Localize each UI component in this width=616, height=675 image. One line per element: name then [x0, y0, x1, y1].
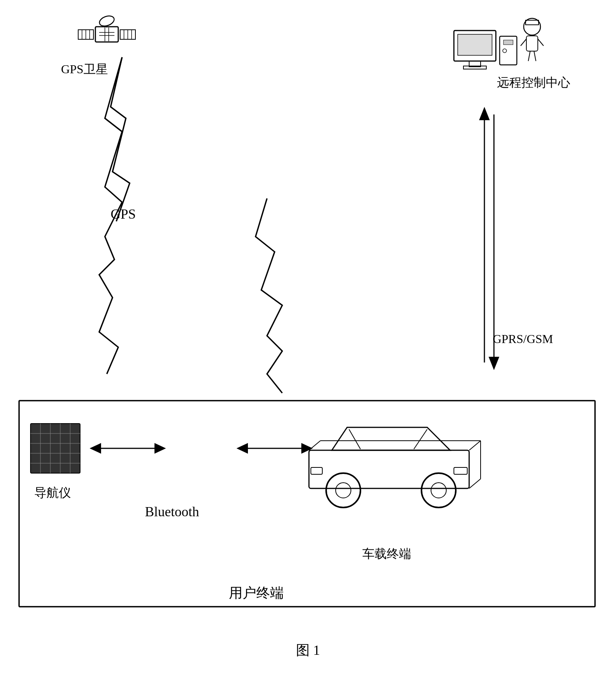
svg-point-21: [503, 49, 507, 53]
svg-point-53: [326, 473, 360, 507]
gprs-gsm-label: GPRS/GSM: [493, 332, 553, 346]
satellite-illustration: [78, 14, 135, 42]
diagram-container: GPS卫星 远程控制中心 GPS GPRS/GSM Bluetooth 导航仪 …: [0, 0, 616, 675]
svg-marker-45: [154, 443, 166, 454]
svg-line-28: [534, 51, 536, 61]
car-illustration: [309, 427, 481, 507]
figure-caption: 图 1: [296, 641, 320, 660]
remote-center-illustration: [454, 18, 544, 69]
svg-rect-5: [120, 30, 135, 39]
svg-point-56: [431, 483, 446, 498]
vehicle-terminal-label: 车载终端: [362, 546, 411, 562]
svg-marker-30: [479, 107, 490, 120]
svg-rect-20: [503, 40, 513, 45]
remote-center-label: 远程控制中心: [497, 74, 570, 91]
user-terminal-label: 用户终端: [229, 584, 284, 603]
svg-rect-1: [78, 30, 93, 39]
svg-rect-0: [95, 27, 118, 42]
svg-rect-23: [526, 20, 539, 25]
svg-point-9: [98, 14, 116, 28]
svg-line-57: [309, 441, 320, 450]
svg-rect-62: [311, 467, 322, 474]
svg-line-58: [469, 441, 481, 450]
svg-rect-18: [463, 66, 486, 69]
bluetooth-label: Bluetooth: [145, 504, 199, 520]
svg-point-54: [336, 483, 351, 498]
navigator-label: 导航仪: [34, 485, 71, 501]
svg-marker-43: [90, 443, 101, 454]
svg-line-51: [349, 429, 360, 449]
svg-point-22: [524, 18, 540, 35]
gps-lightning-bolt-3: [256, 198, 282, 393]
svg-marker-47: [236, 443, 248, 454]
svg-rect-63: [454, 467, 467, 474]
svg-rect-19: [500, 36, 517, 65]
gps-label: GPS: [111, 206, 136, 222]
svg-line-25: [521, 39, 526, 46]
svg-line-52: [414, 429, 427, 449]
svg-point-55: [421, 473, 456, 507]
gps-lightning-bolt: [111, 57, 130, 221]
svg-rect-33: [19, 401, 595, 607]
svg-rect-24: [526, 36, 538, 51]
svg-line-27: [528, 51, 530, 61]
svg-rect-34: [31, 424, 80, 473]
svg-rect-49: [309, 450, 469, 488]
svg-line-60: [469, 479, 481, 488]
svg-marker-50: [332, 427, 450, 450]
svg-rect-17: [469, 61, 481, 67]
svg-line-26: [538, 39, 544, 46]
svg-rect-15: [454, 31, 496, 61]
svg-rect-16: [458, 34, 492, 55]
svg-marker-32: [489, 357, 499, 370]
gps-satellite-label: GPS卫星: [61, 61, 108, 78]
svg-marker-48: [301, 443, 313, 454]
